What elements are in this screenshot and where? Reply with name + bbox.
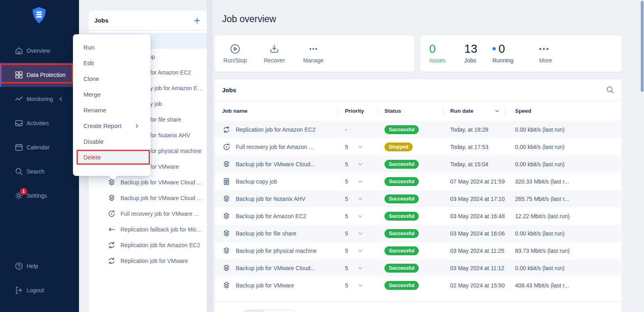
menu-item-label: Rename xyxy=(83,107,106,114)
speed: 83.73 Mbit/s (last run) xyxy=(505,248,622,254)
table-row[interactable]: Backup job for Amazon EC2 5 Successful 0… xyxy=(215,207,622,225)
page-scrollbar[interactable] xyxy=(641,1,644,92)
stat[interactable]: 0 Running xyxy=(492,42,539,64)
menu-item[interactable]: Edit xyxy=(73,55,151,71)
sidebar-item[interactable]: Overview xyxy=(0,39,79,63)
sidebar-item[interactable]: Monitoring xyxy=(0,87,79,111)
run-date: 07 May 2024 at 21:59 xyxy=(443,178,505,185)
priority-value: - xyxy=(345,126,347,133)
job-list-item[interactable]: Replication job for Amazon EC2 xyxy=(89,237,207,253)
stat[interactable]: 0 Issues xyxy=(429,42,464,64)
column-header-priority[interactable]: Priority xyxy=(338,108,377,114)
load-more-button[interactable] xyxy=(241,310,297,312)
priority-value: 5 xyxy=(345,144,348,150)
actions-card: Run/Stop Recover Manage xyxy=(215,35,414,72)
speed: 0.00 kbit/s (last run) xyxy=(505,144,622,150)
stat[interactable]: More xyxy=(539,42,552,64)
run-date: Today, at 17:53 xyxy=(443,144,505,150)
table-row[interactable]: Backup job for VMware 5 Successful 02 Ma… xyxy=(215,277,622,294)
stat[interactable]: 13 Jobs xyxy=(464,42,492,64)
sidebar-item[interactable]: Activities xyxy=(0,111,79,135)
job-name: Backup job for Nutanix AHV xyxy=(236,196,338,202)
menu-item[interactable]: Delete xyxy=(77,150,150,165)
calendar-icon xyxy=(15,143,23,152)
job-name: Replication failback job for Microsof... xyxy=(120,226,207,233)
job-list-item[interactable]: Replication failback job for Microsof... xyxy=(89,221,207,237)
priority-dropdown-chevron-icon[interactable] xyxy=(358,162,363,167)
status-badge: Stopped xyxy=(384,143,413,151)
recovery-icon xyxy=(222,143,231,151)
sidebar-item[interactable]: Help xyxy=(0,254,79,278)
job-name: Full recovery job for VMware Cloud... xyxy=(120,211,207,217)
job-list-item[interactable]: Backup job for VMware Cloud Direc... xyxy=(89,174,207,190)
chevron-left-icon[interactable] xyxy=(58,97,63,101)
priority-dropdown-chevron-icon[interactable] xyxy=(358,145,363,149)
column-header-run-date[interactable]: Run date xyxy=(443,108,505,114)
menu-item[interactable]: Run xyxy=(73,39,151,55)
table-row[interactable]: Backup job for VMware Cloud... 5 Success… xyxy=(215,155,622,173)
monitoring-icon xyxy=(15,95,23,103)
speed: 320.33 Mbit/s (last r... xyxy=(505,178,622,185)
status-badge: Successful xyxy=(384,212,419,221)
column-header-job-name[interactable]: Job name xyxy=(222,108,338,114)
speed: 265.75 Mbit/s (last r... xyxy=(505,196,622,202)
menu-item-label: Delete xyxy=(83,154,101,161)
table-row[interactable]: Backup job for file share 5 Successful 0… xyxy=(215,225,622,242)
menu-item[interactable]: Merge xyxy=(73,87,151,102)
add-job-button[interactable]: + xyxy=(192,15,202,26)
sidebar-item[interactable]: Search xyxy=(0,159,79,184)
column-header-status[interactable]: Status xyxy=(377,108,443,114)
table-row[interactable]: Backup job for physical machine 5 Succes… xyxy=(215,242,622,259)
job-list-item[interactable]: Backup job for VMware Cloud Direc... xyxy=(89,190,207,206)
backup-icon xyxy=(222,194,231,203)
priority-dropdown-chevron-icon[interactable] xyxy=(358,214,363,219)
search-icon[interactable] xyxy=(606,85,615,94)
priority-dropdown-chevron-icon[interactable] xyxy=(358,231,363,236)
status-badge: Successful xyxy=(384,264,419,273)
sidebar-item[interactable]: Calendar xyxy=(0,135,79,159)
table-row[interactable]: Replication job for Amazon EC2 - Success… xyxy=(215,121,622,138)
job-list-item[interactable]: Replication job for VMware xyxy=(89,253,207,269)
sidebar-item-label: Search xyxy=(27,168,44,175)
priority-dropdown-chevron-icon[interactable] xyxy=(358,179,363,184)
status-badge: Successful xyxy=(384,194,419,203)
panel-scrollbar[interactable] xyxy=(207,0,213,312)
table-row[interactable]: Full recovery job for Amazon ... 5 Stopp… xyxy=(215,138,622,155)
job-name: Replication job for Amazon EC2 xyxy=(236,126,338,133)
copy-icon xyxy=(222,177,231,186)
column-header-speed[interactable]: Speed xyxy=(505,108,622,114)
menu-item[interactable]: Disable xyxy=(73,134,151,149)
action-button[interactable]: Recover xyxy=(255,43,294,64)
sidebar: Overview Data Protection xyxy=(0,0,79,312)
sidebar-item-label: Activities xyxy=(27,120,49,126)
table-row[interactable]: Backup copy job 5 Successful 07 May 2024… xyxy=(215,173,622,190)
table-row[interactable]: Backup job for VMware Cloud... 5 Success… xyxy=(215,259,622,277)
speed: 408.43 Mbit/s (last r... xyxy=(505,282,622,289)
menu-item-label: Run xyxy=(83,44,95,51)
priority-dropdown-chevron-icon[interactable] xyxy=(358,266,363,271)
priority-value: 5 xyxy=(345,161,348,167)
sidebar-item[interactable]: 1 Settings xyxy=(0,184,79,208)
sidebar-item[interactable]: Logout xyxy=(0,278,79,302)
status-badge: Successful xyxy=(384,160,419,169)
priority-dropdown-chevron-icon[interactable] xyxy=(358,248,363,253)
sidebar-item-label: Logout xyxy=(27,287,44,293)
run-date: 03 May 2024 at 16:48 xyxy=(443,213,505,219)
action-button[interactable]: Manage xyxy=(294,43,333,64)
priority-dropdown-chevron-icon[interactable] xyxy=(358,283,363,288)
menu-item[interactable]: Clone xyxy=(73,71,151,87)
priority-dropdown-chevron-icon[interactable] xyxy=(358,196,363,201)
action-button[interactable]: Run/Stop xyxy=(216,43,255,64)
backup-icon xyxy=(222,160,231,169)
job-name: Full recovery job for Amazon ... xyxy=(236,144,338,150)
activities-icon xyxy=(15,119,23,128)
menu-item[interactable]: Create Report xyxy=(73,118,151,134)
job-list-item[interactable]: Full recovery job for VMware Cloud... xyxy=(89,206,207,221)
table-row[interactable]: Backup job for Nutanix AHV 5 Successful … xyxy=(215,190,622,207)
stat-label: More xyxy=(539,57,552,64)
priority-value: 5 xyxy=(345,282,348,289)
job-name: Backup job for physical machine xyxy=(236,248,338,254)
menu-item[interactable]: Rename xyxy=(73,102,151,118)
annotation-highlight-data-protection xyxy=(0,64,73,83)
failback-icon xyxy=(107,225,116,234)
